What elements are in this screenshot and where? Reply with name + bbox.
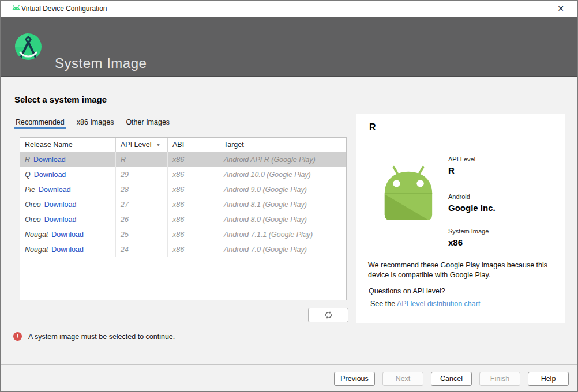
detail-title: R xyxy=(369,122,376,133)
error-message: A system image must be selected to conti… xyxy=(28,333,175,341)
target-cell: Android 8.1 (Google Play) xyxy=(219,197,346,212)
validation-error: ! A system image must be selected to con… xyxy=(13,332,175,341)
table-row[interactable]: QDownload29x86Android 10.0 (Google Play) xyxy=(20,167,346,182)
abi-cell: x86 xyxy=(167,197,219,212)
detail-field-value: R xyxy=(448,165,475,175)
table-row[interactable]: OreoDownload27x86Android 8.1 (Google Pla… xyxy=(20,197,346,212)
column-header-abi[interactable]: ABI xyxy=(167,138,219,152)
release-name-cell: RDownload xyxy=(20,152,115,167)
column-header-api-level[interactable]: API Level▼ xyxy=(115,138,167,152)
target-cell: Android 7.0 (Google Play) xyxy=(219,242,346,257)
release-name-cell: PieDownload xyxy=(20,182,115,197)
previous-button[interactable]: Previous xyxy=(334,372,375,386)
error-icon: ! xyxy=(13,332,22,341)
table-row[interactable]: OreoDownload26x86Android 8.0 (Google Pla… xyxy=(20,212,346,227)
wizard-header: System Image xyxy=(1,17,577,77)
download-link[interactable]: Download xyxy=(44,201,77,209)
help-button[interactable]: Help xyxy=(528,372,569,386)
release-name: Q xyxy=(25,171,31,179)
table-row[interactable]: RDownloadRx86Android API R (Google Play) xyxy=(20,152,346,167)
target-cell: Android 8.0 (Google Play) xyxy=(219,212,346,227)
release-name-cell: NougatDownload xyxy=(20,242,115,257)
table-row[interactable]: NougatDownload24x86Android 7.0 (Google P… xyxy=(20,242,346,257)
release-name-cell: NougatDownload xyxy=(20,227,115,242)
tab-x86-images[interactable]: x86 Images xyxy=(76,117,115,129)
target-cell: Android 9.0 (Google Play) xyxy=(219,182,346,197)
detail-field-label: System Image xyxy=(448,228,489,235)
refresh-button[interactable] xyxy=(308,308,348,322)
download-link[interactable]: Download xyxy=(51,231,84,239)
column-header-label: Release Name xyxy=(25,141,73,149)
abi-cell: x86 xyxy=(167,227,219,242)
detail-separator xyxy=(356,141,565,141)
download-link[interactable]: Download xyxy=(51,246,84,254)
detail-field-value: x86 xyxy=(448,238,489,247)
see-the-prefix: See the xyxy=(370,300,397,308)
api-level-question: Questions on API level? xyxy=(369,287,445,295)
system-image-table: Release NameAPI Level▼ABITarget RDownloa… xyxy=(20,137,347,300)
abi-cell: x86 xyxy=(167,167,219,182)
detail-field-system-image: System Imagex86 xyxy=(448,228,489,247)
release-name: R xyxy=(25,156,30,164)
detail-panel: R API LevelRAndroidGoogle Inc.System Ima… xyxy=(356,114,565,323)
android-logo-icon xyxy=(11,5,21,13)
tab-recommended[interactable]: Recommended xyxy=(14,117,66,129)
detail-field-api-level: API LevelR xyxy=(448,156,475,175)
virtual-device-configuration-dialog: Virtual Device Configuration ✕ System Im… xyxy=(0,0,578,392)
download-link[interactable]: Download xyxy=(33,156,66,164)
table-body: RDownloadRx86Android API R (Google Play)… xyxy=(20,152,346,257)
cancel-button[interactable]: Cancel xyxy=(431,372,472,386)
target-cell: Android 10.0 (Google Play) xyxy=(219,167,346,182)
android-robot-icon xyxy=(380,165,437,221)
api-level-cell: 28 xyxy=(115,182,167,197)
abi-cell: x86 xyxy=(167,242,219,257)
download-link[interactable]: Download xyxy=(39,186,71,194)
download-link[interactable]: Download xyxy=(34,171,66,179)
api-level-cell: 24 xyxy=(115,242,167,257)
sort-descending-icon: ▼ xyxy=(156,142,161,148)
detail-field-label: Android xyxy=(448,193,496,200)
api-level-cell: 26 xyxy=(115,212,167,227)
footer-separator xyxy=(1,364,577,365)
column-header-label: ABI xyxy=(172,141,184,149)
release-name: Oreo xyxy=(25,201,41,209)
api-level-distribution-chart-link[interactable]: API level distribution chart xyxy=(397,300,481,308)
api-level-cell: 25 xyxy=(115,227,167,242)
table-row[interactable]: NougatDownload25x86Android 7.1.1 (Google… xyxy=(20,227,346,242)
refresh-icon xyxy=(324,311,333,319)
column-header-target[interactable]: Target xyxy=(219,138,346,152)
api-level-cell: R xyxy=(115,152,167,167)
detail-field-label: API Level xyxy=(448,156,475,163)
release-name-cell: OreoDownload xyxy=(20,197,115,212)
release-name: Oreo xyxy=(25,216,41,224)
release-name-cell: QDownload xyxy=(20,167,115,182)
api-level-cell: 29 xyxy=(115,167,167,182)
wizard-step-title: System Image xyxy=(55,55,147,71)
target-cell: Android API R (Google Play) xyxy=(219,152,346,167)
detail-field-android: AndroidGoogle Inc. xyxy=(448,193,496,213)
android-studio-logo-icon xyxy=(14,33,42,61)
column-header-label: API Level xyxy=(121,141,152,149)
next-button: Next xyxy=(382,372,423,386)
column-header-label: Target xyxy=(224,141,244,149)
target-cell: Android 7.1.1 (Google Play) xyxy=(219,227,346,242)
column-header-release-name[interactable]: Release Name xyxy=(20,138,115,152)
recommendation-text: We recommend these Google Play images be… xyxy=(368,261,560,280)
abi-cell: x86 xyxy=(167,212,219,227)
table-row[interactable]: PieDownload28x86Android 9.0 (Google Play… xyxy=(20,182,346,197)
close-icon[interactable]: ✕ xyxy=(554,3,567,14)
tab-other-images[interactable]: Other Images xyxy=(125,117,171,129)
download-link[interactable]: Download xyxy=(44,216,77,224)
release-name: Nougat xyxy=(25,246,48,254)
page-heading: Select a system image xyxy=(14,95,107,104)
tab-strip: Recommendedx86 ImagesOther Images xyxy=(14,117,347,129)
release-name: Nougat xyxy=(25,231,48,239)
see-the-line: See the API level distribution chart xyxy=(370,300,480,308)
title-bar: Virtual Device Configuration ✕ xyxy=(1,1,577,17)
abi-cell: x86 xyxy=(167,182,219,197)
api-level-cell: 27 xyxy=(115,197,167,212)
release-name: Pie xyxy=(25,186,35,194)
release-name-cell: OreoDownload xyxy=(20,212,115,227)
finish-button: Finish xyxy=(479,372,520,386)
detail-field-value: Google Inc. xyxy=(448,203,496,213)
